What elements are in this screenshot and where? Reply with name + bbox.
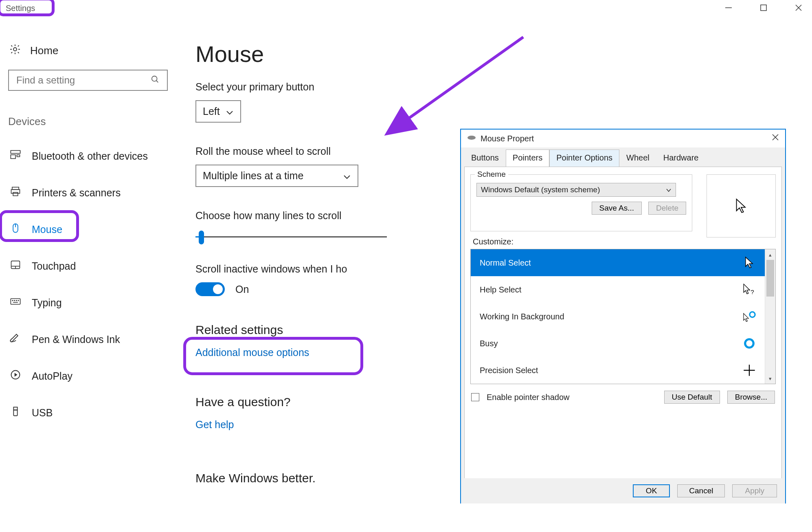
sidebar-item-bluetooth[interactable]: Bluetooth & other devices: [8, 144, 171, 168]
cursor-name: Precision Select: [480, 366, 538, 375]
svg-rect-8: [11, 155, 15, 158]
svg-point-4: [13, 48, 17, 51]
sidebar-item-label: Printers & scanners: [32, 187, 121, 199]
question-heading: Have a question?: [195, 395, 387, 409]
close-button[interactable]: [789, 2, 808, 13]
svg-marker-35: [744, 284, 750, 294]
svg-point-30: [467, 136, 476, 140]
page-title: Mouse: [195, 41, 387, 67]
scroll-thumb[interactable]: [766, 260, 774, 297]
lines-slider[interactable]: [195, 229, 387, 245]
cursor-name: Normal Select: [480, 258, 531, 268]
svg-marker-37: [744, 313, 748, 321]
slider-thumb[interactable]: [199, 231, 204, 244]
search-icon: [151, 75, 160, 86]
chevron-down-icon: [666, 185, 672, 194]
svg-rect-18: [11, 299, 20, 304]
mouse-device-icon: [467, 135, 476, 142]
better-heading: Make Windows better.: [195, 471, 387, 485]
scheme-group: Scheme Windows Default (system scheme) S…: [470, 174, 692, 231]
home-label: Home: [30, 44, 58, 57]
inactive-toggle[interactable]: [195, 282, 225, 296]
wheel-select[interactable]: Multiple lines at a time: [195, 165, 358, 187]
tab-wheel[interactable]: Wheel: [619, 149, 656, 167]
window-controls: [719, 2, 808, 13]
delete-button[interactable]: Delete: [648, 202, 686, 215]
pen-icon: [10, 332, 21, 346]
cursor-name: Busy: [480, 339, 498, 348]
mouse-properties-dialog: Mouse Propert Buttons Pointers Pointer O…: [460, 129, 786, 503]
svg-point-39: [745, 339, 754, 348]
usb-icon: [10, 406, 21, 420]
sidebar-item-label: Pen & Windows Ink: [32, 334, 120, 345]
pointer-bottom-row: Enable pointer shadow Use Default Browse…: [465, 384, 781, 410]
svg-rect-9: [17, 155, 20, 157]
svg-rect-27: [13, 410, 17, 416]
scheme-select[interactable]: Windows Default (system scheme): [476, 183, 676, 197]
sidebar-item-autoplay[interactable]: AutoPlay: [8, 364, 171, 388]
wheel-value: Multiple lines at a time: [203, 170, 303, 182]
cursor-row-precision[interactable]: Precision Select: [471, 357, 765, 384]
search-box[interactable]: [8, 70, 168, 91]
inactive-state: On: [235, 284, 249, 295]
scroll-down-button[interactable]: ▾: [765, 373, 775, 384]
home-nav[interactable]: Home: [8, 41, 171, 70]
working-cursor-icon: [743, 310, 756, 323]
scheme-value: Windows Default (system scheme): [481, 185, 600, 194]
tab-pointer-options[interactable]: Pointer Options: [549, 149, 619, 167]
sidebar-item-typing[interactable]: Typing: [8, 291, 171, 314]
cursor-row-busy[interactable]: Busy: [471, 330, 765, 357]
sidebar-section: Devices: [8, 115, 171, 128]
svg-marker-33: [737, 199, 745, 212]
pointer-preview: [707, 174, 776, 237]
slider-track: [195, 236, 387, 237]
ok-button[interactable]: OK: [633, 484, 670, 497]
svg-line-6: [156, 81, 158, 83]
arrow-cursor-icon: [743, 256, 756, 269]
maximize-button[interactable]: [754, 2, 773, 13]
cursor-row-working[interactable]: Working In Background: [471, 303, 765, 330]
wheel-label: Roll the mouse wheel to scroll: [195, 145, 387, 157]
autoplay-icon: [10, 369, 21, 383]
tab-hardware[interactable]: Hardware: [656, 149, 706, 167]
minimize-button[interactable]: [719, 2, 738, 13]
busy-cursor-icon: [743, 337, 756, 350]
touchpad-icon: [10, 259, 21, 273]
primary-button-select[interactable]: Left: [195, 100, 241, 123]
scrollbar[interactable]: ▴ ▾: [765, 249, 775, 384]
get-help-link[interactable]: Get help: [195, 419, 234, 431]
cursor-row-normal-select[interactable]: Normal Select: [471, 249, 765, 276]
sidebar: Home Devices Bluetooth & other devices: [0, 16, 179, 495]
apply-button[interactable]: Apply: [732, 484, 777, 497]
sidebar-item-printers[interactable]: Printers & scanners: [8, 181, 171, 204]
svg-point-38: [750, 312, 755, 317]
primary-button-label: Select your primary button: [195, 81, 387, 93]
save-as-button[interactable]: Save As...: [592, 202, 642, 215]
svg-marker-34: [746, 257, 753, 268]
sidebar-item-touchpad[interactable]: Touchpad: [8, 254, 171, 278]
svg-rect-26: [13, 407, 17, 410]
dialog-footer: OK Cancel Apply: [461, 478, 785, 503]
svg-rect-7: [11, 151, 20, 154]
scroll-up-button[interactable]: ▴: [765, 249, 775, 260]
arrow-cursor-icon: [735, 198, 748, 214]
cursor-row-help-select[interactable]: Help Select ?: [471, 276, 765, 303]
cancel-button[interactable]: Cancel: [677, 484, 725, 497]
enable-shadow-checkbox[interactable]: [471, 393, 479, 401]
tab-pointers[interactable]: Pointers: [506, 149, 549, 167]
dialog-title: Mouse Propert: [481, 134, 534, 143]
dialog-titlebar[interactable]: Mouse Propert: [461, 130, 785, 147]
dialog-close-button[interactable]: [771, 133, 779, 144]
svg-point-21: [16, 300, 17, 301]
search-input[interactable]: [16, 75, 147, 86]
highlight-settings: [0, 0, 55, 16]
browse-button[interactable]: Browse...: [727, 391, 775, 404]
use-default-button[interactable]: Use Default: [664, 391, 720, 404]
tab-buttons[interactable]: Buttons: [464, 149, 506, 167]
inactive-label: Scroll inactive windows when I ho: [195, 263, 387, 275]
sidebar-item-label: AutoPlay: [32, 370, 72, 382]
sidebar-item-pen[interactable]: Pen & Windows Ink: [8, 328, 171, 351]
toggle-knob: [213, 284, 223, 294]
sidebar-item-usb[interactable]: USB: [8, 401, 171, 424]
primary-button-value: Left: [203, 106, 220, 117]
